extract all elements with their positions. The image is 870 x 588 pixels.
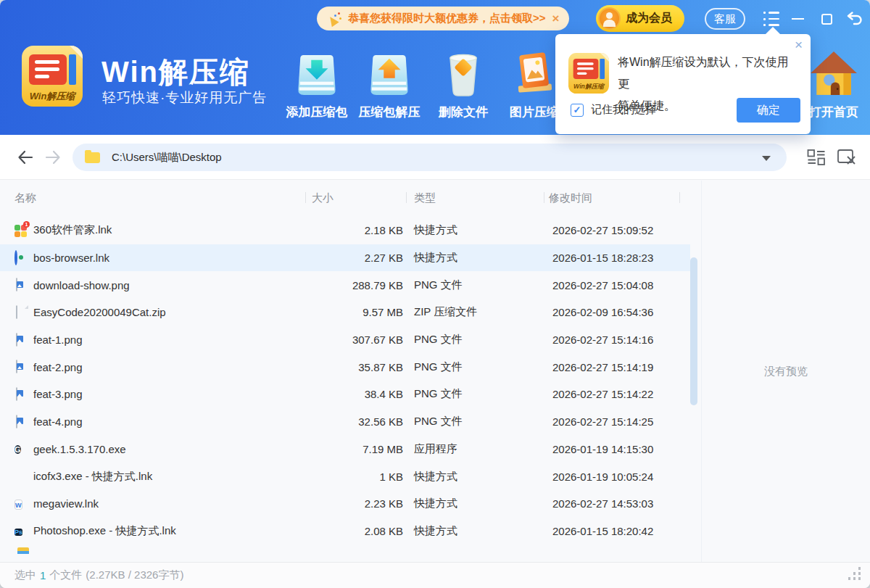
- party-popper-icon: [327, 12, 341, 26]
- undo-arrow-button[interactable]: [845, 10, 863, 28]
- png-file-icon: [14, 415, 28, 428]
- resize-grip[interactable]: [845, 567, 861, 583]
- table-row[interactable]: feat-2.png 35.87 KB PNG 文件 2026-02-27 15…: [0, 353, 690, 381]
- bos-browser-icon: [14, 252, 28, 265]
- popup-app-logo: Win解压缩: [568, 53, 609, 94]
- status-suffix: 个文件: [49, 568, 82, 582]
- table-row[interactable]: feat-4.png 32.56 KB PNG 文件 2026-02-27 15…: [0, 408, 690, 436]
- app-title: Win解压缩: [102, 52, 250, 92]
- status-bar: 选中 1 个文件 (2.27KB / 2326字节): [0, 562, 870, 588]
- table-row[interactable]: icofx3.exe - 快捷方式.lnk 1 KB 快捷方式 2026-01-…: [0, 463, 690, 490]
- status-count: 1: [40, 569, 46, 581]
- table-row[interactable]: bos-browser.lnk 2.27 KB 快捷方式 2026-01-15 …: [0, 244, 690, 272]
- customer-support-button[interactable]: 客服: [705, 8, 745, 30]
- home-icon: [810, 46, 858, 97]
- zip-file-icon: [14, 306, 28, 319]
- table-row[interactable]: feat-1.png 307.67 KB PNG 文件 2026-02-27 1…: [0, 326, 690, 354]
- table-row[interactable]: 1 360软件管家.lnk 2.18 KB 快捷方式 2026-02-27 15…: [0, 217, 690, 244]
- undo-arrow-icon: [845, 12, 863, 26]
- app-window: 恭喜您获得限时大额优惠券，点击领取>> × 成为会员 客服: [0, 0, 870, 588]
- remember-choice-checkbox[interactable]: ✓ 记住我的选择: [571, 103, 656, 117]
- preview-panel: 没有预览: [702, 181, 870, 562]
- close-folder-button[interactable]: [837, 147, 857, 167]
- view-toggle-button[interactable]: [806, 147, 826, 167]
- path-input[interactable]: C:\Users\喵喵\Desktop: [72, 144, 787, 171]
- app-logo: Win解压缩: [22, 46, 83, 107]
- icofx-icon: [14, 470, 28, 483]
- table-row[interactable]: feat-3.png 38.4 KB PNG 文件 2026-02-27 15:…: [0, 381, 690, 408]
- promo-text[interactable]: 恭喜您获得限时大额优惠券，点击领取>>: [348, 12, 546, 25]
- forward-button[interactable]: [44, 148, 62, 167]
- become-member-button[interactable]: 成为会员: [596, 5, 684, 32]
- maximize-icon: [821, 14, 832, 25]
- path-dropdown-icon[interactable]: [762, 156, 771, 161]
- app-subtitle: 轻巧快速·专业好用无广告: [102, 88, 267, 107]
- png-file-icon: [14, 388, 28, 401]
- set-default-popup: × Win解压缩 将Win解压缩设为默认，下次使用更 简单便捷。 ✓ 记住我的选…: [555, 34, 811, 134]
- popup-close-icon[interactable]: ×: [795, 38, 803, 51]
- minimize-button[interactable]: [789, 10, 806, 28]
- promo-close-icon[interactable]: ×: [552, 12, 560, 25]
- image-compress-icon: [513, 46, 556, 97]
- column-type[interactable]: 类型: [414, 191, 436, 205]
- file-list-panel: 名称 大小 类型 修改时间 1 360软件管家.lnk 2.18 KB 快捷方式…: [0, 181, 870, 562]
- list-scrollbar[interactable]: [690, 257, 697, 405]
- table-row[interactable]: w megaview.lnk 2.23 KB 快捷方式 2026-02-27 1…: [0, 490, 690, 518]
- list-header: 名称 大小 类型 修改时间: [0, 181, 690, 214]
- table-row[interactable]: EasyCode20200049Cat.zip 9.57 MB ZIP 压缩文件…: [0, 299, 690, 326]
- column-modified[interactable]: 修改时间: [549, 191, 592, 205]
- archive-add-icon: [296, 46, 338, 97]
- avatar-icon: [598, 7, 621, 30]
- minimize-icon: [792, 18, 804, 20]
- png-file-icon: [14, 278, 28, 291]
- geek-app-icon: G: [14, 442, 28, 455]
- current-path[interactable]: C:\Users\喵喵\Desktop: [112, 151, 222, 165]
- close-folder-icon: [837, 148, 857, 167]
- app-360-icon: 1: [14, 224, 28, 237]
- confirm-button[interactable]: 确定: [737, 98, 800, 123]
- checkbox-icon[interactable]: ✓: [571, 104, 584, 117]
- add-archive-button[interactable]: 添加压缩包: [275, 46, 359, 120]
- png-file-icon: [14, 360, 28, 373]
- delete-trash-icon: [444, 46, 483, 97]
- back-button[interactable]: [16, 148, 35, 167]
- file-rows: 1 360软件管家.lnk 2.18 KB 快捷方式 2026-02-27 15…: [0, 217, 690, 562]
- column-size[interactable]: 大小: [312, 191, 334, 205]
- table-row[interactable]: download-show.png 288.79 KB PNG 文件 2026-…: [0, 271, 690, 299]
- member-label: 成为会员: [626, 11, 672, 26]
- status-detail: (2.27KB / 2326字节): [86, 568, 183, 582]
- megaview-icon: w: [14, 497, 28, 510]
- table-row[interactable]: G geek.1.5.3.170.exe 7.19 MB 应用程序 2026-0…: [0, 436, 690, 463]
- address-bar: C:\Users\喵喵\Desktop: [0, 135, 870, 180]
- partial-row-icon: [17, 547, 29, 554]
- extract-archive-button[interactable]: 压缩包解压: [347, 46, 431, 120]
- png-file-icon: [14, 334, 28, 347]
- archive-extract-icon: [368, 46, 410, 97]
- menu-icon[interactable]: [763, 12, 781, 26]
- photoshop-icon: Ps: [14, 524, 28, 537]
- table-row[interactable]: Ps Photoshop.exe - 快捷方式.lnk 2.08 KB 快捷方式…: [0, 518, 690, 545]
- checkbox-label: 记住我的选择: [591, 103, 656, 117]
- status-prefix: 选中: [14, 568, 36, 582]
- promo-banner[interactable]: 恭喜您获得限时大额优惠券，点击领取>> ×: [317, 7, 569, 30]
- list-view-icon: [807, 149, 826, 166]
- column-name[interactable]: 名称: [14, 191, 36, 205]
- maximize-button[interactable]: [818, 10, 835, 28]
- no-preview-text: 没有预览: [764, 365, 808, 378]
- folder-icon: [85, 152, 100, 163]
